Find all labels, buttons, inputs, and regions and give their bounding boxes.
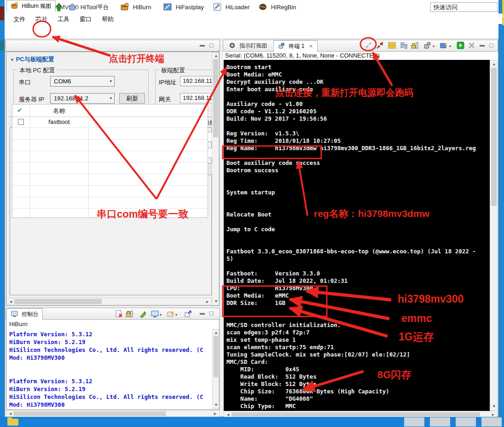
hiburn-view-content: ▼ PC与板端配置 本地 PC 配置 串口 COM6 ▾ 服务器 IP 192.… <box>6 52 220 306</box>
menu-item[interactable]: 工具 <box>52 14 75 25</box>
console-maximize-icon[interactable]: ▢ <box>209 310 214 316</box>
tab-terminal-1[interactable]: 终端 1 ✕ <box>273 40 318 52</box>
scroll-lock-icon[interactable] <box>125 310 133 318</box>
terminate-icon[interactable] <box>468 41 475 49</box>
terminal-disconnect-icon[interactable] <box>365 41 372 49</box>
server-ip-label: 服务器 IP <box>19 95 44 104</box>
terminal-line: Build: Nov 29 2017 - 19:56:56 <box>226 115 490 123</box>
new-console-icon[interactable] <box>167 310 174 318</box>
launcher-hitool[interactable]: HiTool平台 <box>68 2 109 12</box>
terminal-minimize-icon[interactable]: ▬ <box>480 42 485 47</box>
terminal-scroll-icon[interactable] <box>400 41 407 49</box>
chevron-down-icon: ▾ <box>110 76 112 86</box>
pin-console-icon[interactable] <box>139 310 147 318</box>
launcher-hiloader[interactable]: HiLoader <box>213 2 249 12</box>
run-icon[interactable] <box>457 41 464 49</box>
taskbar-item[interactable] <box>456 417 476 427</box>
new-terminal-icon[interactable] <box>440 41 448 49</box>
name-column-header[interactable]: 名称 <box>30 107 88 115</box>
taskbar-item[interactable] <box>404 417 424 427</box>
console-minimize-icon[interactable]: ▬ <box>200 310 205 316</box>
collapse-icon: ▼ <box>10 58 14 62</box>
launcher-hifastplay[interactable]: HiFastplay <box>163 2 204 12</box>
terminal-line: CPU: Hi3798Mv300 <box>226 285 490 292</box>
hiburn-view-minimize-icon[interactable]: ▬ <box>200 42 205 47</box>
hiburn-hscrollbar[interactable]: ◄ ► <box>6 298 212 305</box>
chevron-down-icon: ▾ <box>110 94 112 103</box>
terminal-settings-icon[interactable] <box>423 41 431 49</box>
board-ip-label: IP地址 <box>159 78 176 87</box>
terminal-line: MMC/SD controller initialization. <box>226 322 490 329</box>
hiburn-icon <box>121 3 129 11</box>
terminal-tab-icon <box>278 42 285 49</box>
terminal-line: MID: 0x45 <box>226 366 490 373</box>
main-toolbar <box>5 24 498 39</box>
chevron-down-icon[interactable]: ▾ <box>160 313 162 317</box>
taskbar-item[interactable] <box>481 417 502 427</box>
tab-console[interactable]: 控制台 <box>6 308 43 320</box>
terminal-line <box>226 152 490 159</box>
terminal-line: Fastboot: Version 3.3.0 <box>226 270 490 277</box>
terminal-connect-icon[interactable] <box>376 41 384 49</box>
indicator-tab-icon <box>229 41 236 48</box>
console-output[interactable]: Platform Version: 5.3.12HiBurn Version: … <box>6 329 220 410</box>
terminal-line <box>226 196 490 204</box>
folder-icon[interactable] <box>7 419 18 426</box>
terminal-line: Auxiliary code - v1.00 <box>226 100 490 108</box>
console-vscrollbar[interactable]: ▲ ▼ <box>212 329 219 409</box>
terminal-lock-icon[interactable] <box>411 41 418 49</box>
console-line: Mod: Hi3798MV300 <box>9 354 219 362</box>
export-log-icon[interactable] <box>184 310 192 318</box>
serial-port-combo[interactable]: COM6 ▾ <box>50 76 115 87</box>
console-hscrollbar[interactable]: ◄ ► <box>6 410 220 417</box>
close-terminal-icon[interactable]: ✕ <box>309 43 313 49</box>
tab-hiburn-view[interactable]: HiBurn 视图 <box>6 0 56 12</box>
quick-access-input[interactable]: 快速访问 <box>430 2 498 12</box>
menu-item[interactable]: 帮助 <box>97 14 119 25</box>
hiloader-icon <box>213 3 221 11</box>
console-line: Mod: Hi3798MV300 <box>9 401 219 409</box>
terminal-line: Fastboot 3.3.0_ecoo_83071868-bbs-ecoo-to… <box>226 248 490 255</box>
launcher-hiregbin[interactable]: HiRegBin <box>259 2 296 12</box>
terminal-line <box>226 123 490 130</box>
terminal-line: Reg Name: hi3798mv3dmw hi3798mv300_DDR3-… <box>226 145 490 152</box>
serial-status-bar: Serial: (COM6, 115200, 8, 1, None, None … <box>223 52 498 60</box>
terminal-line: Reg Time: 2018/01/18 10:27:05 <box>226 137 490 145</box>
row-checkbox[interactable] <box>18 119 24 125</box>
pc-board-config-section[interactable]: ▼ PC与板端配置 <box>10 55 54 64</box>
console-line: Platform Version: 5.3.12 <box>9 377 219 385</box>
terminal-hscrollbar[interactable]: ◄ ► <box>224 411 498 417</box>
terminal-line: Name: "DG4008" <box>226 395 490 403</box>
hiburn-vscrollbar[interactable]: ▲ ▼ <box>212 52 219 305</box>
server-ip-combo[interactable]: 192.168.11.2 ▾ <box>50 93 115 104</box>
annotation-ddr: 1G运存 <box>399 330 434 344</box>
launcher-hiburn[interactable]: HiBurn <box>121 2 151 12</box>
select-all-check-icon[interactable]: ✔ <box>17 106 23 114</box>
clear-console-icon[interactable] <box>115 310 123 318</box>
chevron-down-icon[interactable]: ▾ <box>449 44 451 48</box>
console-line: HiSilicon Technologies Co., Ltd. All rig… <box>9 346 219 354</box>
annotation-com-match: 串口com编号要一致 <box>97 207 188 221</box>
annotation-cpu: hi3798mv300 <box>398 293 463 305</box>
refresh-button[interactable]: 刷新 <box>119 93 145 104</box>
menu-item[interactable]: 文件 <box>8 14 30 25</box>
console-line: HiSilicon Technologies Co., Ltd. All rig… <box>9 393 219 401</box>
hiburn-view-maximize-icon[interactable]: ▢ <box>209 42 214 47</box>
table-row[interactable]: fastboot <box>12 117 208 128</box>
chevron-down-icon[interactable]: ▾ <box>433 44 434 48</box>
menu-item[interactable]: 窗口 <box>75 14 97 25</box>
menu-item[interactable]: 芯片 <box>30 14 52 25</box>
taskbar-item[interactable] <box>430 417 450 427</box>
chevron-down-icon[interactable]: ▾ <box>175 313 177 317</box>
taskbar[interactable] <box>0 417 504 427</box>
partition-table: ✔ 名称 fastboot <box>12 104 208 218</box>
terminal-maximize-icon[interactable]: ▢ <box>489 42 493 47</box>
terminal-line: Tuning SampleClock. mix set phase:[02/07… <box>226 351 490 358</box>
terminal-output[interactable]: Bootrom startBoot Media: eMMCDecrypt aux… <box>224 60 490 411</box>
terminal-vscrollbar[interactable]: ▲ ▼ <box>490 60 498 411</box>
console-line: Platform Version: 5.3.12 <box>9 330 219 338</box>
tab-indicator-view[interactable]: 指示灯视图 <box>225 40 271 52</box>
display-console-icon[interactable] <box>151 310 159 318</box>
terminal-buffer-icon[interactable] <box>388 41 396 49</box>
terminal-line <box>226 307 490 314</box>
